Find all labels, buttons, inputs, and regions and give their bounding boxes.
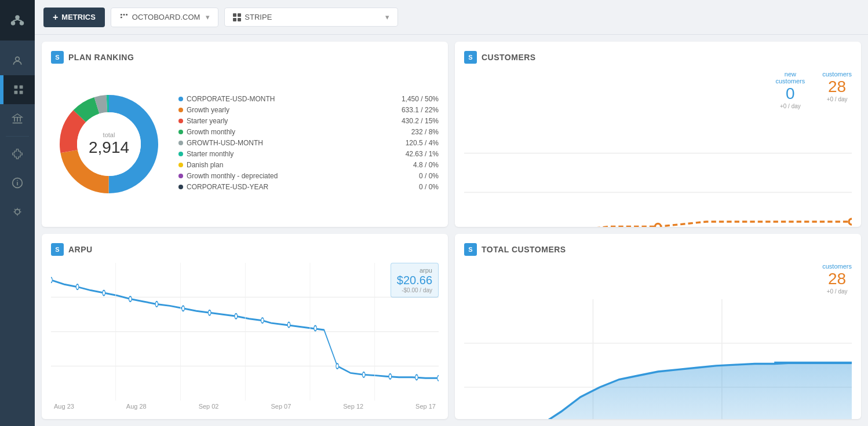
svg-rect-13	[20, 117, 21, 122]
legend-item: CORPORATE-USD-YEAR 0 / 0%	[178, 183, 439, 191]
sidebar-item-bank[interactable]	[0, 104, 35, 133]
total-customers-content: customers 28 +0 / day	[464, 263, 852, 419]
customers-card: S CUSTOMERS new customers 0 +0 / day	[455, 42, 861, 227]
legend-values: 1,450 / 50%	[402, 95, 439, 103]
plus-icon: +	[53, 12, 58, 23]
info-icon	[12, 177, 23, 189]
svg-point-46	[51, 277, 52, 282]
svg-rect-6	[14, 86, 17, 89]
add-metrics-button[interactable]: + METRICS	[43, 8, 105, 27]
total-customers-card: S TOTAL CUSTOMERS customers 28 +0 / day	[455, 234, 861, 419]
legend-item: CORPORATE-USD-MONTH 1,450 / 50%	[178, 95, 439, 103]
stripe-label: STRIPE	[245, 13, 272, 21]
customers-header: S CUSTOMERS	[464, 51, 852, 64]
arpu-content: arpu $20.66 -$0.00 / day	[51, 263, 439, 410]
sidebar-item-user[interactable]	[0, 46, 35, 75]
svg-point-53	[235, 314, 238, 319]
svg-rect-27	[126, 14, 127, 16]
svg-rect-28	[121, 16, 122, 18]
dashboard-icon	[13, 84, 24, 96]
svg-point-0	[15, 15, 20, 20]
dashboard: S PLAN RANKING	[35, 35, 868, 426]
source-caret-icon: ▾	[206, 13, 210, 21]
bug-icon	[12, 206, 23, 218]
total-customers-metric: customers 28 +0 / day	[822, 71, 852, 109]
stripe-button[interactable]: STRIPE ▾	[224, 8, 398, 27]
svg-point-2	[20, 21, 24, 25]
legend-dot	[178, 97, 183, 101]
legend-item: Growth monthly - depreciated 0 / 0%	[178, 172, 439, 180]
customers-metrics: new customers 0 +0 / day customers 28 +0…	[464, 71, 852, 109]
app-container: + METRICS OCTOBOARD.COM ▾	[0, 0, 868, 426]
svg-point-48	[103, 291, 105, 296]
plan-ranking-legend: CORPORATE-USD-MONTH 1,450 / 50% Growth y…	[178, 95, 439, 194]
main-area: + METRICS OCTOBOARD.COM ▾	[35, 0, 868, 426]
sidebar-item-info[interactable]	[0, 168, 35, 197]
legend-dot	[178, 185, 183, 189]
legend-values: 42.63 / 1%	[406, 150, 439, 158]
svg-rect-11	[14, 117, 15, 122]
svg-marker-10	[13, 114, 23, 117]
tc-metric: customers 28 +0 / day	[464, 263, 852, 295]
donut-chart: total 2,914	[51, 86, 167, 202]
arpu-badge-value: $20.66	[397, 274, 432, 287]
logo-icon	[9, 12, 26, 29]
svg-point-57	[336, 363, 339, 369]
svg-rect-9	[19, 91, 23, 94]
sidebar-divider	[6, 136, 29, 137]
legend-values: 0 / 0%	[419, 172, 439, 180]
sidebar-nav	[0, 41, 35, 232]
legend-name: CORPORATE-USD-YEAR	[187, 183, 415, 191]
total-customers-value: 28	[822, 78, 852, 96]
svg-line-4	[17, 20, 22, 21]
total-customers-title: TOTAL CUSTOMERS	[482, 245, 566, 254]
arpu-logo: S	[51, 243, 64, 256]
total-customers-sub: +0 / day	[822, 96, 852, 102]
legend-values: 120.5 / 4%	[406, 139, 439, 147]
svg-point-42	[849, 219, 852, 225]
sidebar-item-dashboard[interactable]	[0, 75, 35, 104]
svg-point-56	[314, 326, 317, 331]
donut-center: total 2,914	[89, 131, 129, 157]
bank-icon	[12, 113, 23, 124]
legend-item: Danish plan 4.8 / 0%	[178, 161, 439, 169]
new-customers-label: new customers	[776, 71, 805, 85]
plugin-icon	[12, 148, 23, 160]
legend-name: Starter yearly	[187, 117, 398, 125]
total-customers-header: S TOTAL CUSTOMERS	[464, 243, 852, 256]
svg-point-60	[415, 374, 418, 380]
legend-dot	[178, 152, 183, 156]
sidebar-item-bug[interactable]	[0, 197, 35, 226]
legend-name: Growth monthly	[187, 128, 408, 136]
customers-chart-svg	[464, 114, 852, 227]
svg-point-52	[208, 310, 211, 315]
svg-point-18	[15, 210, 20, 214]
legend-dot	[178, 130, 183, 134]
sidebar-item-plugin[interactable]	[0, 139, 35, 168]
legend-name: Growth yearly	[187, 106, 398, 114]
svg-point-55	[287, 322, 290, 328]
arpu-badge-sub: -$0.00 / day	[397, 287, 432, 293]
svg-point-54	[261, 318, 264, 323]
svg-rect-26	[123, 14, 125, 16]
plan-ranking-card: S PLAN RANKING	[42, 42, 448, 227]
sidebar-logo	[0, 0, 35, 41]
svg-point-59	[389, 374, 392, 379]
svg-rect-8	[14, 91, 17, 94]
tc-label: customers	[822, 263, 852, 270]
stripe-grid-icon	[233, 13, 241, 21]
total-customers-logo: S	[464, 243, 477, 256]
svg-point-50	[155, 302, 158, 307]
svg-rect-25	[121, 14, 122, 16]
user-icon	[12, 55, 23, 67]
customers-logo: S	[464, 51, 477, 64]
arpu-header: S ARPU	[51, 243, 439, 256]
tc-chart	[464, 299, 852, 419]
octoboard-icon	[119, 13, 129, 22]
plan-ranking-content: total 2,914 CORPORATE-USD-MONTH 1,450 / …	[51, 71, 439, 218]
source-button[interactable]: OCTOBOARD.COM ▾	[111, 8, 219, 27]
legend-dot	[178, 174, 183, 178]
svg-point-61	[437, 376, 439, 381]
tc-value: 28	[822, 270, 852, 288]
plan-ranking-header: S PLAN RANKING	[51, 51, 439, 64]
